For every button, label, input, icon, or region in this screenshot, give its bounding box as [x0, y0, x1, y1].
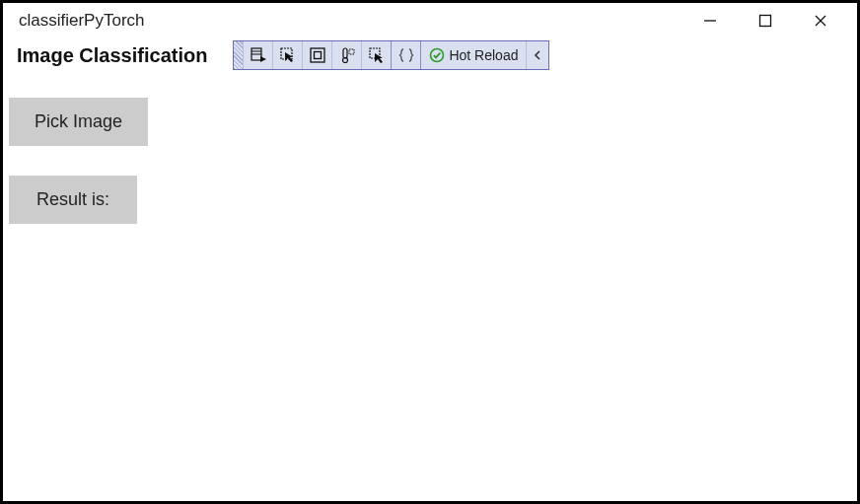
- minimize-icon: [703, 14, 717, 28]
- close-button[interactable]: [800, 6, 841, 36]
- window-title: classifierPyTorch: [19, 11, 145, 31]
- svg-rect-11: [343, 48, 347, 58]
- header-row: Image Classification: [3, 38, 857, 74]
- minimize-button[interactable]: [689, 6, 731, 36]
- select-element-button[interactable]: [273, 41, 303, 69]
- svg-marker-7: [260, 56, 266, 62]
- chevron-left-icon: [532, 49, 543, 61]
- titlebar: classifierPyTorch: [3, 3, 857, 38]
- maximize-icon: [758, 14, 772, 28]
- live-visual-tree-button[interactable]: [244, 41, 273, 69]
- svg-rect-9: [311, 48, 324, 62]
- braces-icon: [397, 46, 415, 64]
- cursor-box-icon: [368, 46, 386, 64]
- page-title: Image Classification: [17, 44, 207, 67]
- track-focused-element-button[interactable]: [332, 41, 362, 69]
- display-layout-button[interactable]: [303, 41, 332, 69]
- layout-square-icon: [309, 46, 326, 64]
- close-icon: [814, 14, 827, 28]
- toolbar-overflow-button[interactable]: [527, 41, 548, 69]
- debug-toolbar: Hot Reload: [233, 40, 549, 70]
- hot-reload-label: Hot Reload: [449, 47, 518, 63]
- svg-rect-13: [349, 49, 354, 54]
- thermometer-icon: [338, 46, 356, 64]
- svg-rect-1: [760, 16, 771, 27]
- xaml-binding-failures-button[interactable]: [392, 41, 421, 69]
- svg-rect-10: [314, 52, 321, 59]
- check-circle-icon: [429, 47, 445, 63]
- cursor-select-icon: [279, 46, 297, 64]
- window-controls: [689, 6, 849, 36]
- tree-settings-icon: [250, 46, 267, 64]
- hot-reload-button[interactable]: Hot Reload: [421, 41, 527, 69]
- maximize-button[interactable]: [745, 6, 786, 36]
- toolbar-grip-icon[interactable]: [234, 41, 244, 69]
- go-to-live-visual-tree-button[interactable]: [362, 41, 392, 69]
- result-label: Result is:: [9, 176, 137, 224]
- app-window: classifierPyTorch Image Classification: [0, 0, 860, 504]
- pick-image-button[interactable]: Pick Image: [9, 98, 148, 146]
- content-area: Pick Image Result is:: [3, 74, 857, 224]
